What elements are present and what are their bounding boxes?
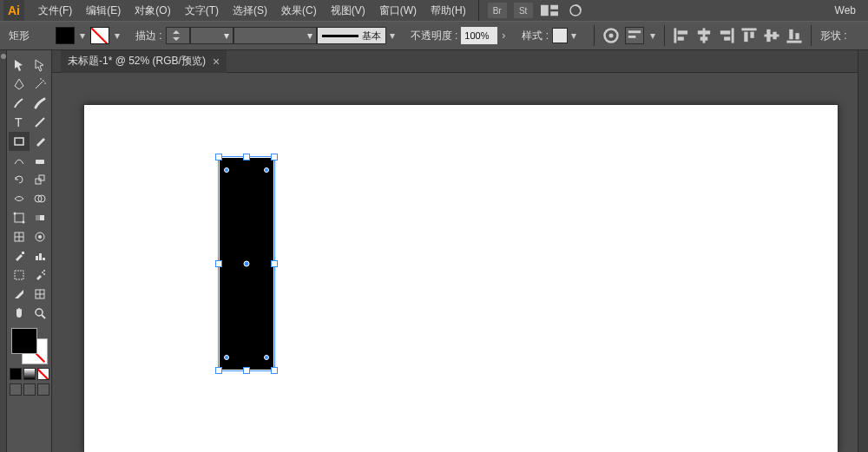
type-tool[interactable]: T: [9, 113, 30, 132]
svg-rect-18: [744, 32, 747, 42]
recolor-artwork-icon[interactable]: [602, 27, 620, 44]
bridge-icon[interactable]: Br: [488, 3, 507, 18]
menu-effect[interactable]: 效果(C): [274, 0, 324, 21]
svg-rect-48: [15, 271, 23, 279]
menu-help[interactable]: 帮助(H): [424, 0, 473, 21]
selection-tool[interactable]: [9, 56, 30, 75]
close-icon[interactable]: ×: [213, 55, 220, 69]
arrange-docs-icon[interactable]: [540, 3, 559, 18]
width-tool[interactable]: [9, 189, 30, 208]
slice-tool[interactable]: [9, 285, 30, 304]
shape-builder-tool[interactable]: [30, 189, 50, 208]
menu-object[interactable]: 对象(O): [128, 0, 177, 21]
stroke-variable-width-dropdown[interactable]: ▾: [233, 27, 317, 44]
style-label: 样式 :: [518, 29, 552, 43]
color-mode-none[interactable]: [37, 368, 49, 380]
align-hcenter-icon[interactable]: [695, 27, 713, 44]
align-vcenter-icon[interactable]: [763, 27, 780, 44]
gradient-tool[interactable]: [30, 208, 50, 227]
pen-tool[interactable]: [9, 75, 30, 94]
svg-rect-14: [732, 28, 734, 43]
fill-stroke-proxy[interactable]: [11, 328, 48, 364]
separator: [594, 25, 595, 46]
draw-behind-icon[interactable]: [23, 383, 36, 396]
gpu-preview-icon[interactable]: [566, 3, 585, 18]
workspace-switcher[interactable]: Web: [826, 4, 865, 16]
fill-swatch[interactable]: [56, 27, 75, 44]
menu-edit[interactable]: 编辑(E): [79, 0, 128, 21]
svg-rect-8: [674, 28, 676, 43]
svg-rect-45: [36, 256, 38, 260]
opacity-popup[interactable]: ›: [497, 27, 510, 44]
scale-tool[interactable]: [30, 170, 50, 189]
menu-file[interactable]: 文件(F): [31, 0, 79, 21]
color-mode-row: [9, 368, 50, 380]
mesh-tool[interactable]: [9, 227, 30, 246]
align-top-icon[interactable]: [740, 27, 758, 44]
magic-wand-tool[interactable]: [30, 75, 50, 94]
style-flyout[interactable]: ▾: [568, 27, 580, 44]
curvature-tool[interactable]: [9, 151, 30, 170]
svg-rect-46: [39, 253, 42, 260]
rectangle-tool[interactable]: [9, 132, 30, 151]
svg-rect-20: [764, 35, 779, 37]
color-mode-gradient[interactable]: [23, 368, 36, 380]
svg-rect-38: [36, 215, 40, 220]
eyedropper-tool[interactable]: [9, 246, 30, 265]
blob-brush-tool[interactable]: [30, 94, 50, 113]
align-right-icon[interactable]: [718, 27, 735, 44]
proxy-fill-swatch[interactable]: [11, 328, 37, 354]
svg-rect-11: [703, 28, 706, 43]
right-panel-strip[interactable]: [858, 50, 868, 452]
opacity-field[interactable]: 100%: [461, 27, 497, 44]
draw-normal-icon[interactable]: [10, 383, 22, 396]
line-segment-tool[interactable]: [30, 113, 50, 132]
rotate-tool[interactable]: [9, 170, 30, 189]
stroke-weight-dropdown[interactable]: ▾: [190, 27, 233, 44]
brush-tool[interactable]: [9, 94, 30, 113]
drawn-rectangle[interactable]: [220, 158, 273, 370]
left-strip-handle-icon[interactable]: [1, 54, 6, 59]
svg-rect-22: [773, 32, 776, 40]
stroke-weight-stepper[interactable]: [166, 27, 190, 44]
fill-flyout[interactable]: ▾: [76, 27, 89, 44]
stroke-profile-label: 基本: [362, 29, 381, 43]
stroke-flyout[interactable]: ▾: [111, 27, 123, 44]
eraser-tool[interactable]: [30, 151, 50, 170]
align-panel-icon[interactable]: [625, 27, 644, 44]
menu-type[interactable]: 文字(T): [178, 0, 226, 21]
column-graph-tool[interactable]: [30, 246, 50, 265]
menu-select[interactable]: 选择(S): [226, 0, 274, 21]
color-mode-color[interactable]: [10, 368, 22, 380]
free-transform-tool[interactable]: [9, 208, 30, 227]
zoom-tool[interactable]: [30, 304, 50, 323]
style-swatch[interactable]: [552, 28, 568, 43]
paintbrush-tool[interactable]: [30, 132, 50, 151]
document-tab-bar: 未标题-1* @ 52% (RGB/预览) ×: [52, 50, 858, 73]
hand-tool[interactable]: [9, 304, 30, 323]
svg-rect-47: [43, 258, 45, 260]
artboard[interactable]: [83, 104, 838, 452]
document-tab[interactable]: 未标题-1* @ 52% (RGB/预览) ×: [61, 50, 227, 73]
canvas-viewport[interactable]: [52, 73, 858, 452]
svg-rect-19: [750, 32, 753, 38]
liquify-tool[interactable]: [30, 227, 50, 246]
align-left-icon[interactable]: [673, 27, 690, 44]
symbol-sprayer-tool[interactable]: [30, 265, 50, 285]
draw-inside-icon[interactable]: [37, 383, 49, 396]
svg-rect-13: [700, 36, 708, 40]
slice-select-tool[interactable]: [30, 285, 50, 304]
svg-point-36: [22, 221, 24, 224]
svg-line-56: [42, 315, 45, 318]
svg-rect-17: [741, 28, 756, 30]
artboard-tool[interactable]: [9, 265, 30, 285]
align-bottom-icon[interactable]: [786, 27, 803, 44]
direct-selection-tool[interactable]: [30, 56, 50, 75]
stroke-profile-flyout[interactable]: ▾: [386, 27, 398, 44]
menu-view[interactable]: 视图(V): [324, 0, 372, 21]
stroke-swatch[interactable]: [90, 27, 109, 44]
menu-window[interactable]: 窗口(W): [372, 0, 424, 21]
stock-icon[interactable]: St: [514, 3, 533, 18]
stroke-profile-dropdown[interactable]: 基本: [317, 27, 386, 44]
align-flyout[interactable]: ▾: [647, 27, 659, 44]
